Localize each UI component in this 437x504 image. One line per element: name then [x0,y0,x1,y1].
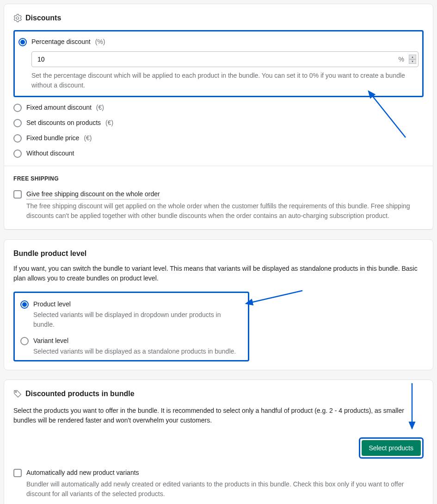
discounted-products-intro: Select the products you want to offer in… [13,406,424,425]
checkbox-auto-add-variants[interactable]: Automatically add new product variants [13,468,424,478]
option-description: Selected variants will be displayed as a… [33,347,242,356]
spinner-down[interactable]: ▼ [409,59,416,64]
free-shipping-help: The free shipping discount will get appl… [26,201,424,221]
discounts-title-row: Discounts [13,12,424,24]
tag-icon [13,390,22,398]
checkbox-icon [13,190,22,199]
discounted-products-card: Discounted products in bundle Select the… [4,380,433,504]
number-spinner: ▲ ▼ [409,55,416,64]
radio-label: Fixed bundle price [26,133,79,143]
checkbox-free-shipping[interactable]: Give free shipping discount on the whole… [13,189,424,199]
select-products-highlight: Select products [359,437,424,459]
discounted-products-title-row: Discounted products in bundle [13,388,424,399]
select-products-button[interactable]: Select products [362,440,421,456]
radio-fixed-amount[interactable]: Fixed amount discount (€) [13,103,424,112]
radio-label-suffix: (%) [95,37,105,47]
discounts-card: Discounts Percentage discount (%) % ▲ ▼ [4,4,433,230]
radio-product-level[interactable]: Product level Selected variants will be … [20,299,242,330]
gear-icon [13,14,22,22]
radio-label-suffix: (€) [84,133,92,143]
bundle-level-intro: If you want, you can switch the bundle t… [13,264,424,283]
radio-percentage-discount[interactable]: Percentage discount (%) [18,37,419,47]
radio-icon [13,149,22,158]
radio-icon [13,134,22,143]
radio-without-discount[interactable]: Without discount [13,149,424,158]
discounts-title: Discounts [25,12,61,24]
radio-icon [20,300,29,309]
radio-icon [20,337,29,345]
free-shipping-title: FREE SHIPPING [13,174,424,183]
radio-icon [13,104,22,112]
radio-label: Variant level [33,336,68,346]
free-shipping-section: FREE SHIPPING Give free shipping discoun… [4,166,433,230]
checkbox-label: Automatically add new product variants [26,468,139,478]
spinner-up[interactable]: ▲ [409,55,416,59]
radio-label: Product level [33,299,71,309]
radio-fixed-bundle-price[interactable]: Fixed bundle price (€) [13,133,424,143]
bundle-level-card: Bundle product level If you want, you ca… [4,239,433,370]
option-description: Selected variants will be displayed in d… [33,310,242,330]
percentage-unit: % [394,55,409,64]
percentage-discount-highlight: Percentage discount (%) % ▲ ▼ Set the pe… [13,30,424,97]
radio-icon [18,38,27,46]
radio-icon [13,119,22,127]
radio-label: Set discounts on products [26,118,101,128]
radio-label: Fixed amount discount [26,103,92,112]
discounted-products-title: Discounted products in bundle [25,388,135,399]
radio-label: Percentage discount [31,37,91,47]
radio-label: Without discount [26,149,74,158]
radio-set-on-products[interactable]: Set discounts on products (€) [13,118,424,128]
radio-variant-level[interactable]: Variant level Selected variants will be … [20,336,242,356]
bundle-level-title: Bundle product level [13,248,424,259]
checkbox-label: Give free shipping discount on the whole… [26,189,160,199]
auto-add-help: Bundler will automatically add newly cre… [26,479,424,499]
bundle-level-highlight: Product level Selected variants will be … [13,292,249,361]
percentage-help-text: Set the percentage discount which will b… [31,71,419,90]
percentage-input-row: % ▲ ▼ [31,51,419,67]
radio-label-suffix: (€) [96,103,104,112]
percentage-input[interactable] [32,52,394,67]
radio-label-suffix: (€) [105,118,113,128]
checkbox-icon [13,469,22,477]
